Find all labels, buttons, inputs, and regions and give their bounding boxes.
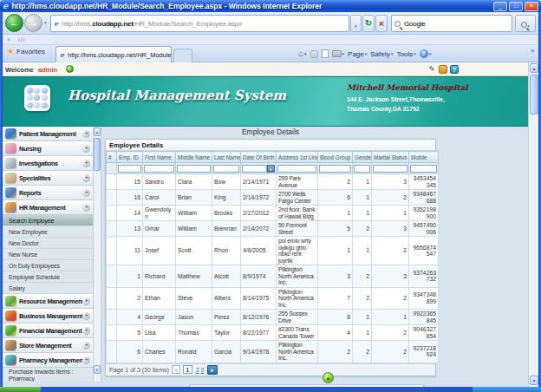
address-dropdown-button[interactable]: ▾: [350, 15, 362, 32]
sidebar-scroll-thumb[interactable]: [94, 138, 101, 171]
title-bar[interactable]: e http://hms.cloudapp.net/HR_Module/Sear…: [0, 0, 541, 12]
expand-icon[interactable]: +: [82, 160, 90, 167]
sidebar-item-employee-schedule[interactable]: Employee Schedule: [3, 271, 93, 283]
safety-menu[interactable]: Safety▾: [370, 50, 393, 58]
pager-next-button[interactable]: ▸: [207, 365, 218, 375]
nav-history-dropdown-icon[interactable]: ▾: [44, 20, 47, 25]
forward-button[interactable]: →: [24, 14, 42, 32]
column-header-marital-status[interactable]: Marital Status: [372, 152, 409, 163]
table-row[interactable]: 6CharlesRonaldGarcia9/14/1978Pilkington …: [107, 341, 439, 363]
expand-icon[interactable]: +: [82, 327, 90, 335]
table-row[interactable]: 13OmarWilliamBrennan2/14/207250 Fremont …: [107, 221, 439, 237]
filter-input-last-name[interactable]: [213, 165, 239, 173]
column-header-middle-name[interactable]: Middle Name: [176, 152, 212, 163]
expand-icon[interactable]: +: [82, 342, 90, 350]
page-menu[interactable]: Page▾: [348, 50, 367, 58]
sidebar-item-store-management[interactable]: Store Management+: [3, 338, 93, 353]
expand-icon[interactable]: +: [82, 356, 90, 364]
column-header-gender[interactable]: Gender: [353, 152, 372, 163]
scroll-thumb[interactable]: [530, 75, 538, 114]
column-header-date-of-birth[interactable]: Date Of Birth: [241, 152, 277, 163]
home-button[interactable]: ⌂▾: [298, 49, 307, 58]
sidebar-scroll-down-icon[interactable]: ▼: [94, 365, 101, 374]
table-row[interactable]: 1RichardMatthewAlcott8/9/1974Pilkington …: [107, 265, 439, 288]
expand-icon[interactable]: +: [82, 145, 90, 153]
expand-icon[interactable]: +: [82, 297, 90, 305]
refresh-button[interactable]: ↻: [362, 15, 375, 32]
read-mail-button[interactable]: [322, 49, 329, 58]
sidebar-item-salary[interactable]: Salary: [3, 283, 93, 294]
filter-input-first-name[interactable]: [144, 165, 174, 173]
pager-prev-button[interactable]: «: [172, 365, 180, 374]
filter-input-address-1st-line[interactable]: [277, 165, 316, 173]
sidebar-item-new-doctor[interactable]: New Doctor: [3, 238, 93, 249]
column-header-[interactable]: #: [107, 152, 117, 163]
sidebar-item-hr-management[interactable]: HR Management+: [3, 200, 93, 215]
briefcase-icon[interactable]: [439, 65, 447, 74]
sidebar-item-specialities[interactable]: Specialities+: [3, 171, 93, 186]
sidebar-scroll-up-icon[interactable]: ▲: [94, 127, 101, 136]
back-button[interactable]: ←: [5, 14, 23, 32]
column-header-address-1st-line[interactable]: Address 1st Line: [277, 152, 318, 163]
tools-menu[interactable]: Tools▾: [396, 50, 415, 58]
page-scrollbar[interactable]: ▲ ▼: [528, 62, 538, 387]
expand-icon[interactable]: +: [82, 204, 90, 212]
filter-input-mobile[interactable]: [410, 165, 437, 173]
sidebar-item-search-employee[interactable]: Search Employee: [3, 215, 93, 226]
sidebar-item-purchase-inwards-items-pharmacy[interactable]: Purchase Inwards Items : Pharmacy: [3, 368, 93, 382]
column-header-emp-id[interactable]: Emp. ID: [117, 152, 143, 163]
sidebar-item-resource-management[interactable]: Resource Management+: [3, 294, 93, 309]
scroll-to-top-button[interactable]: ▲: [323, 372, 334, 383]
expand-icon[interactable]: +: [82, 189, 90, 197]
search-input[interactable]: Google: [391, 15, 512, 32]
sidebar-item-patient-management[interactable]: Patient Management+: [3, 127, 93, 141]
table-row[interactable]: 11JosefScottRhon4/6/2005poi eroiu wrty o…: [107, 237, 439, 265]
feeds-button[interactable]: [310, 50, 318, 58]
favorites-button[interactable]: ★ Favorites: [3, 46, 49, 57]
maximize-button[interactable]: □: [509, 2, 523, 11]
expand-icon[interactable]: +: [82, 130, 90, 138]
stop-button[interactable]: ×: [375, 15, 388, 32]
edit-icon[interactable]: ✎: [427, 65, 436, 74]
expand-icon[interactable]: +: [82, 312, 90, 320]
sidebar-item-business-management[interactable]: Business Management+: [3, 309, 93, 323]
table-row[interactable]: 2EthanSteveAlbers8/14/1975Pilkington Nor…: [107, 287, 439, 310]
expand-icon[interactable]: +: [82, 174, 90, 182]
sidebar-item-nursing[interactable]: Nursing+: [3, 141, 93, 156]
column-header-last-name[interactable]: Last Name: [212, 152, 241, 163]
column-header-blood-group[interactable]: Blood Group: [318, 152, 353, 163]
filter-input-gender[interactable]: [354, 165, 370, 173]
sidebar-item-reports[interactable]: Reports+: [3, 186, 93, 200]
minimize-button[interactable]: _: [493, 2, 507, 11]
filter-input-emp-id[interactable]: [118, 165, 141, 173]
help-menu[interactable]: ?▾: [420, 49, 432, 58]
filter-input-blood-group[interactable]: [319, 165, 351, 173]
active-tab[interactable]: e http://hms.cloudapp.net/HR_Module/Sear…: [55, 46, 172, 62]
column-header-first-name[interactable]: First Name: [143, 152, 176, 163]
print-button[interactable]: ▾: [332, 50, 345, 57]
table-row[interactable]: 4GeorgeJasonPerez8/12/1976255 Sussex Dri…: [107, 310, 439, 325]
close-toolbar-icon[interactable]: ×: [7, 36, 10, 42]
toolbar-bars-icon[interactable]: ılı: [18, 36, 25, 42]
scroll-up-icon[interactable]: ▲: [530, 63, 538, 73]
help-icon[interactable]: ?: [450, 65, 459, 74]
column-header-mobile[interactable]: Mobile: [409, 152, 439, 163]
address-input[interactable]: e http://hms.cloudapp.net/HR_Module/Sear…: [50, 15, 349, 32]
filter-input-middle-name[interactable]: [177, 165, 211, 173]
table-row[interactable]: 5LisaThomasTaylor8/22/1977#2300 Trans Ca…: [107, 325, 439, 341]
sidebar-item-investigations[interactable]: Investigations+: [3, 156, 93, 171]
table-row[interactable]: 16CarolBrianKing2/14/19722700 Wells Farg…: [107, 190, 439, 206]
calendar-dropdown-button[interactable]: ▾: [267, 165, 275, 173]
sidebar-item-pharmacy-management[interactable]: Pharmacy Management+: [3, 353, 93, 368]
sidebar-item-new-nurse[interactable]: New Nurse: [3, 249, 93, 260]
search-go-button[interactable]: ▾: [515, 15, 536, 32]
start-button[interactable]: [0, 387, 41, 392]
filter-input-marital-status[interactable]: [373, 165, 407, 173]
pager-page-2[interactable]: 2: [196, 367, 199, 373]
table-row[interactable]: 14GwendolynWilliamBrooks2/27/20122nd flo…: [107, 206, 439, 221]
sidebar-item-financial-management[interactable]: Financial Management+: [3, 323, 93, 338]
refresh-status-icon[interactable]: [66, 65, 74, 73]
sidebar-item-on-duty-employees[interactable]: On Duty Employees: [3, 260, 93, 271]
close-button[interactable]: ×: [525, 2, 538, 11]
new-tab-stub[interactable]: [173, 49, 192, 62]
